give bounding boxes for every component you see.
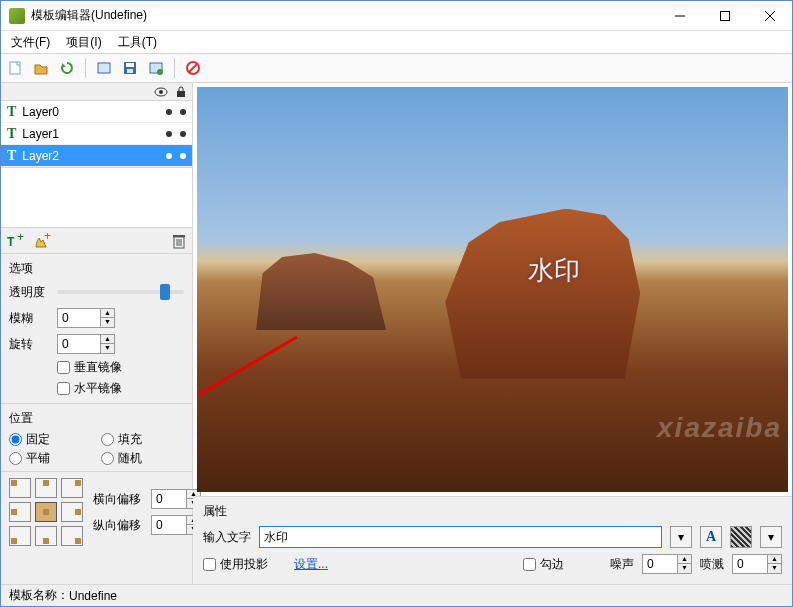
noise-input[interactable] [643, 555, 677, 573]
shadow-checkbox[interactable]: 使用投影 [203, 556, 268, 573]
main-area: TLayer0 TLayer1 TLayer2 T+ + 选项 透明度 模糊 ▲… [1, 83, 792, 584]
watermark-text-input[interactable] [259, 526, 662, 548]
delete-layer-button[interactable] [172, 233, 186, 249]
anchor-tl[interactable] [9, 478, 31, 498]
lock-icon[interactable] [176, 86, 186, 98]
position-panel: 位置 固定 填充 平铺 随机 [1, 403, 192, 471]
menu-tools[interactable]: 工具(T) [112, 32, 163, 53]
minimize-button[interactable] [657, 1, 702, 30]
offset-v-input[interactable] [152, 516, 186, 534]
layer-lock-dot[interactable] [180, 153, 186, 159]
status-bar: 模板名称： Undefine [1, 584, 792, 606]
layer-row[interactable]: TLayer2 [1, 145, 192, 167]
spin-down[interactable]: ▼ [101, 318, 114, 327]
pos-fill-radio[interactable]: 填充 [101, 431, 185, 448]
anchor-mr[interactable] [61, 502, 83, 522]
svg-rect-8 [127, 69, 133, 73]
anchor-bc[interactable] [35, 526, 57, 546]
font-button[interactable]: A [700, 526, 722, 548]
layer-vis-dot[interactable] [166, 131, 172, 137]
pattern-button[interactable] [730, 526, 752, 548]
blur-input[interactable] [58, 309, 100, 327]
anchor-ml[interactable] [9, 502, 31, 522]
toolbar-separator [174, 58, 175, 78]
open-button[interactable] [31, 58, 51, 78]
mirror-h-checkbox[interactable] [57, 382, 70, 395]
options-panel: 选项 透明度 模糊 ▲▼ 旋转 ▲▼ 垂直镜像 水平镜像 [1, 254, 192, 403]
titlebar: 模板编辑器(Undefine) [1, 1, 792, 31]
canvas[interactable]: 水印 xiazaiba [197, 87, 788, 492]
add-text-layer-button[interactable]: T+ [7, 233, 25, 249]
watermark-preview[interactable]: 水印 [528, 253, 580, 288]
visibility-icon[interactable] [154, 87, 168, 97]
offset-h-label: 横向偏移 [93, 491, 145, 508]
slider-thumb[interactable] [160, 284, 170, 300]
layer-name: Layer0 [22, 105, 158, 119]
noise-spinner[interactable]: ▲▼ [642, 554, 692, 574]
layer-name: Layer1 [22, 127, 158, 141]
offset-h-input[interactable] [152, 490, 186, 508]
text-dropdown-button[interactable]: ▾ [670, 526, 692, 548]
pattern-dropdown-button[interactable]: ▾ [760, 526, 782, 548]
anchor-mc[interactable] [35, 502, 57, 522]
layer-row[interactable]: TLayer1 [1, 123, 192, 145]
opacity-slider[interactable] [57, 290, 184, 294]
layers-list: TLayer0 TLayer1 TLayer2 [1, 101, 192, 168]
svg-point-10 [157, 69, 163, 75]
refresh-button[interactable] [57, 58, 77, 78]
pos-fixed-radio[interactable]: 固定 [9, 431, 93, 448]
pos-tile-radio[interactable]: 平铺 [9, 450, 93, 467]
rotate-input[interactable] [58, 335, 100, 353]
menubar: 文件(F) 项目(I) 工具(T) [1, 31, 792, 53]
close-button[interactable] [747, 1, 792, 30]
rotate-spinner[interactable]: ▲▼ [57, 334, 115, 354]
site-watermark: xiazaiba [657, 412, 782, 444]
text-layer-icon: T [7, 126, 16, 142]
add-image-layer-button[interactable]: + [33, 233, 51, 249]
status-value: Undefine [69, 589, 117, 603]
layer-vis-dot[interactable] [166, 153, 172, 159]
spin-up[interactable]: ▲ [768, 555, 781, 564]
maximize-button[interactable] [702, 1, 747, 30]
layer-tools: T+ + [1, 228, 192, 254]
status-label: 模板名称： [9, 587, 69, 604]
spin-down[interactable]: ▼ [768, 564, 781, 573]
spin-down[interactable]: ▼ [101, 344, 114, 353]
shadow-settings-link[interactable]: 设置... [294, 556, 328, 573]
spin-down[interactable]: ▼ [678, 564, 691, 573]
menu-file[interactable]: 文件(F) [5, 32, 56, 53]
spin-up[interactable]: ▲ [678, 555, 691, 564]
layer-lock-dot[interactable] [180, 109, 186, 115]
stroke-checkbox[interactable]: 勾边 [523, 556, 564, 573]
layer-lock-dot[interactable] [180, 131, 186, 137]
noise-label: 噪声 [610, 556, 634, 573]
spray-spinner[interactable]: ▲▼ [732, 554, 782, 574]
spray-input[interactable] [733, 555, 767, 573]
toolbar [1, 53, 792, 83]
window-title: 模板编辑器(Undefine) [31, 7, 657, 24]
preview-button[interactable] [94, 58, 114, 78]
layer-vis-dot[interactable] [166, 109, 172, 115]
anchor-tr[interactable] [61, 478, 83, 498]
right-panel: 水印 xiazaiba 属性 输入文字 ▾ A ▾ 使用投影 设置... 勾边 … [193, 83, 792, 584]
spin-up[interactable]: ▲ [101, 309, 114, 318]
svg-line-12 [189, 64, 197, 72]
anchor-tc[interactable] [35, 478, 57, 498]
cancel-button[interactable] [183, 58, 203, 78]
spin-up[interactable]: ▲ [101, 335, 114, 344]
anchor-bl[interactable] [9, 526, 31, 546]
blur-spinner[interactable]: ▲▼ [57, 308, 115, 328]
anchor-area: 横向偏移▲▼ 纵向偏移▲▼ [1, 471, 192, 552]
new-button[interactable] [5, 58, 25, 78]
pos-random-radio[interactable]: 随机 [101, 450, 185, 467]
layer-row[interactable]: TLayer0 [1, 101, 192, 123]
position-title: 位置 [9, 408, 184, 429]
save-button[interactable] [120, 58, 140, 78]
svg-text:+: + [17, 233, 24, 244]
blur-label: 模糊 [9, 310, 51, 327]
export-button[interactable] [146, 58, 166, 78]
mirror-v-checkbox[interactable] [57, 361, 70, 374]
anchor-br[interactable] [61, 526, 83, 546]
toolbar-separator [85, 58, 86, 78]
menu-project[interactable]: 项目(I) [60, 32, 107, 53]
